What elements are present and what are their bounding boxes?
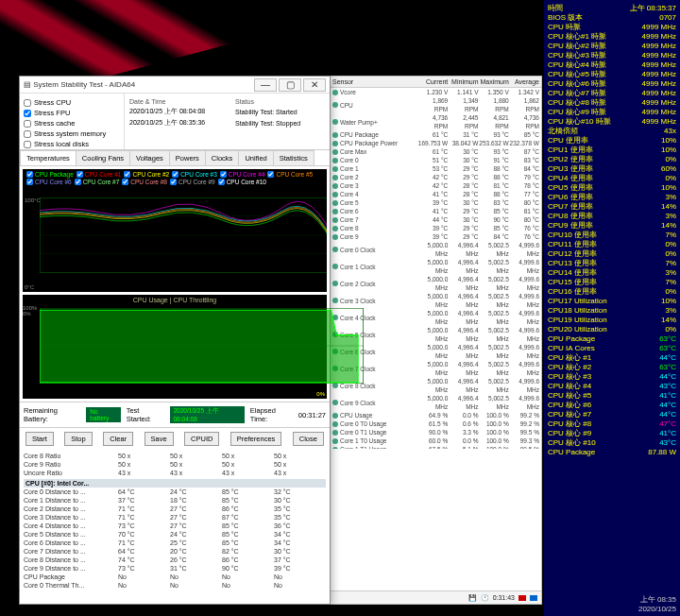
- legend-item[interactable]: CPU Package: [26, 171, 74, 178]
- legend-item[interactable]: CPU Core #9: [170, 179, 215, 185]
- legend-item[interactable]: CPU Core #7: [75, 179, 120, 185]
- status-icon: [332, 421, 338, 427]
- tab-statistics[interactable]: Statistics: [273, 150, 314, 165]
- overlay-val: 63°C: [659, 334, 676, 344]
- sensor-row[interactable]: CPU Package61 °C31 °C93 °C85 °C: [331, 130, 541, 139]
- legend-checkbox[interactable]: [172, 171, 178, 178]
- sensor-row[interactable]: Core 939 °C29 °C84 °C76 °C: [331, 232, 541, 241]
- hwmon-row[interactable]: Core 1 Distance to ...37 °C18 °C85 °C30 …: [24, 496, 326, 505]
- sensor-row[interactable]: Core 441 °C28 °C88 °C77 °C: [331, 190, 541, 198]
- stress-checkbox[interactable]: [24, 120, 31, 128]
- col-avg[interactable]: Average: [509, 78, 539, 85]
- hwmon-row[interactable]: CPU PackageNoNoNoNo: [24, 573, 326, 581]
- sensor-row[interactable]: Core 539 °C30 °C83 °C80 °C: [331, 198, 541, 207]
- legend-item[interactable]: CPU Core #5: [267, 171, 313, 178]
- hwmon-row[interactable]: Core 4 Distance to ...73 °C27 °C85 °C36 …: [24, 522, 326, 530]
- col-sensor[interactable]: Sensor: [332, 78, 417, 85]
- sensor-row[interactable]: CPU1,869 RPM1,349 RPM1,880 RPM1,862 RPM: [331, 96, 541, 113]
- stress-checkbox[interactable]: [24, 99, 31, 107]
- hwmon-row[interactable]: Core 2 Distance to ...71 °C27 °C86 °C35 …: [24, 505, 326, 513]
- col-max[interactable]: Maximum: [479, 78, 509, 85]
- save-button[interactable]: Save: [144, 432, 174, 446]
- hwmon-row[interactable]: Core 6 Distance to ...71 °C25 °C85 °C34 …: [24, 539, 326, 547]
- legend-item[interactable]: CPU Core #2: [124, 171, 169, 178]
- sensor-row[interactable]: Core 1 Clock5,000.0 MHz4,996.4 MHz5,002.…: [331, 258, 541, 275]
- tab-clocks[interactable]: Clocks: [205, 150, 240, 165]
- sensor-row[interactable]: Core 1 T0 Usage60.0 %0.0 %100.0 %99.3 %: [331, 436, 541, 445]
- preferences-button[interactable]: Preferences: [230, 432, 281, 446]
- sensor-row[interactable]: Core 839 °C29 °C85 °C76 °C: [331, 224, 541, 232]
- sensor-row[interactable]: Water Pump+4,736 RPM2,445 RPM4,821 RPM4,…: [331, 113, 541, 130]
- sensor-row[interactable]: Core 641 °C29 °C85 °C81 °C: [331, 207, 541, 215]
- legend-checkbox[interactable]: [76, 171, 83, 178]
- hwmon-row[interactable]: Core 9 Ratio50 x50 x50 x50 x: [24, 460, 326, 469]
- stress-option[interactable]: Stress local disks: [24, 139, 120, 149]
- stress-checkbox[interactable]: [24, 141, 31, 148]
- sensor-row[interactable]: Core 744 °C30 °C90 °C80 °C: [331, 215, 541, 224]
- sensor-row[interactable]: Core 153 °C29 °C88 °C84 °C: [331, 164, 541, 173]
- sensor-row[interactable]: Vcore1.230 V1.141 V1.350 V1.342 V: [331, 88, 541, 96]
- hwmon-header[interactable]: CPU [#0]: Intel Cor...: [24, 479, 326, 488]
- sensor-row[interactable]: Core 3 Clock5,000.0 MHz4,996.4 MHz5,002.…: [331, 292, 541, 309]
- stress-option[interactable]: Stress CPU: [24, 97, 120, 108]
- maximize-button[interactable]: ▢: [279, 78, 301, 92]
- tab-powers[interactable]: Powers: [169, 150, 206, 165]
- hwmon-row[interactable]: Core 0 Thermal Th...NoNoNoNo: [24, 581, 326, 590]
- sensor-row[interactable]: Core 9 Clock5,000.0 MHz4,996.4 MHz5,002.…: [331, 394, 541, 411]
- stop-button[interactable]: Stop: [64, 432, 92, 446]
- legend-checkbox[interactable]: [26, 179, 33, 185]
- minimize-button[interactable]: —: [254, 78, 277, 92]
- tab-unified[interactable]: Unified: [238, 150, 273, 165]
- sensor-row[interactable]: Core 051 °C30 °C91 °C83 °C: [331, 156, 541, 164]
- stress-option[interactable]: Stress FPU: [24, 108, 120, 118]
- sensor-row[interactable]: Core Max61 °C30 °C93 °C87 °C: [331, 147, 541, 156]
- sensor-row[interactable]: Core 242 °C29 °C88 °C79 °C: [331, 173, 541, 181]
- started-label: Test Started:: [127, 406, 164, 423]
- sensor-row[interactable]: CPU Package Power169.753 W38.042 W253.63…: [331, 139, 541, 147]
- col-current[interactable]: Current: [417, 78, 448, 85]
- hwmon-row[interactable]: Core 3 Distance to ...71 °C27 °C87 °C35 …: [24, 513, 326, 522]
- legend-checkbox[interactable]: [124, 171, 130, 178]
- sensor-row[interactable]: CPU Usage64.9 %0.0 %100.0 %99.2 %: [331, 411, 541, 419]
- cpuid-button[interactable]: CPUID: [184, 432, 219, 446]
- tab-cooling fans[interactable]: Cooling Fans: [76, 150, 130, 165]
- aida-titlebar[interactable]: ▤ System Stability Test - AIDA64 — ▢ ✕: [20, 77, 330, 94]
- legend-item[interactable]: CPU Core #6: [26, 179, 72, 185]
- stress-checkbox[interactable]: [24, 130, 31, 138]
- legend-item[interactable]: CPU Core #10: [218, 179, 266, 185]
- legend-item[interactable]: CPU Core #4: [220, 171, 265, 178]
- legend-checkbox[interactable]: [75, 179, 81, 185]
- close-button[interactable]: ✕: [303, 78, 326, 92]
- col-min[interactable]: Minimum: [448, 78, 478, 85]
- hwmon-row[interactable]: Core 8 Distance to ...74 °C26 °C86 °C37 …: [24, 556, 326, 564]
- legend-checkbox[interactable]: [26, 171, 33, 178]
- sensor-row[interactable]: Core 342 °C28 °C81 °C78 °C: [331, 181, 541, 190]
- stress-option[interactable]: Stress cache: [24, 118, 120, 128]
- sensor-row[interactable]: Core 1 T1 Usage67.5 %5.1 %100.0 %99.5 %: [331, 445, 541, 449]
- start-button[interactable]: Start: [26, 432, 54, 446]
- stress-checkbox[interactable]: [24, 110, 31, 117]
- sensor-row[interactable]: Core 2 Clock5,000.0 MHz4,996.4 MHz5,002.…: [331, 275, 541, 292]
- hwmon-row[interactable]: Core 8 Ratio50 x50 x50 x50 x: [24, 452, 326, 460]
- legend-checkbox[interactable]: [267, 171, 274, 178]
- legend-checkbox[interactable]: [122, 179, 128, 185]
- tab-temperatures[interactable]: Temperatures: [20, 150, 76, 165]
- sensor-row[interactable]: Core 0 Clock5,000.0 MHz4,996.4 MHz5,002.…: [331, 241, 541, 258]
- clear-button[interactable]: Clear: [103, 432, 133, 446]
- legend-item[interactable]: CPU Core #3: [172, 171, 217, 178]
- tab-voltages[interactable]: Voltages: [129, 150, 170, 165]
- stress-option[interactable]: Stress system memory: [24, 128, 120, 139]
- close-button[interactable]: Close: [293, 432, 324, 446]
- hwmon-row[interactable]: Core 9 Distance to ...73 °C31 °C90 °C39 …: [24, 564, 326, 573]
- legend-item[interactable]: CPU Core #8: [122, 179, 167, 185]
- legend-item[interactable]: CPU Core #1: [76, 171, 122, 178]
- hwmon-row[interactable]: Core 0 Distance to ...64 °C24 °C85 °C32 …: [24, 488, 326, 496]
- legend-checkbox[interactable]: [170, 179, 177, 185]
- legend-checkbox[interactable]: [218, 179, 225, 185]
- legend-checkbox[interactable]: [220, 171, 227, 178]
- hwmon-row[interactable]: Core 5 Distance to ...70 °C24 °C85 °C34 …: [24, 530, 326, 539]
- hwmon-row[interactable]: Uncore Ratio43 x43 x43 x43 x: [24, 469, 326, 477]
- hwmon-row[interactable]: Core 7 Distance to ...64 °C20 °C82 °C30 …: [24, 547, 326, 556]
- sensor-row[interactable]: Core 0 T0 Usage61.5 %0.6 %100.0 %99.2 %: [331, 419, 541, 428]
- sensor-row[interactable]: Core 0 T1 Usage90.0 %3.3 %100.0 %99.5 %: [331, 428, 541, 436]
